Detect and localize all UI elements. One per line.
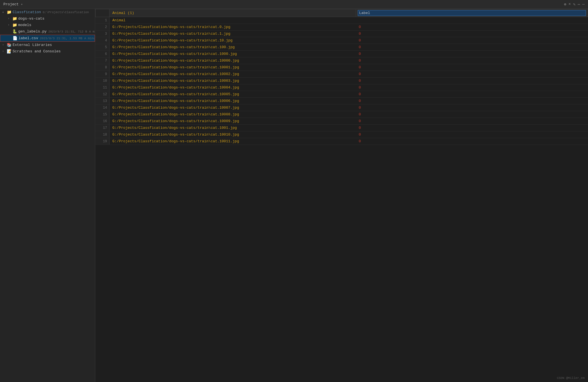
cell-label: 0 (356, 98, 588, 104)
table-row: 2G:/Projects/Classfication/dogs-vs-cats/… (96, 24, 588, 31)
sidebar-item-label: Classfication (13, 10, 41, 14)
cell-animal: G:/Projects/Classfication/dogs-vs-cats/t… (110, 118, 356, 125)
cell-linenum: 6 (96, 51, 110, 57)
cell-label: 0 (356, 84, 588, 91)
table-row: 13G:/Projects/Classfication/dogs-vs-cats… (96, 98, 588, 104)
library-icon: 📚 (7, 43, 11, 47)
sidebar-item-gen-labels-py[interactable]: 🐍 gen_labels.py 2023/8/3 21:31, 712 B A … (0, 28, 95, 35)
table-row: 3G:/Projects/Classfication/dogs-vs-cats/… (96, 31, 588, 37)
cell-label: 0 (356, 138, 588, 145)
table-row: 16G:/Projects/Classfication/dogs-vs-cats… (96, 118, 588, 125)
table-row: 15G:/Projects/Classfication/dogs-vs-cats… (96, 111, 588, 118)
table-row: 19G:/Projects/Classfication/dogs-vs-cats… (96, 138, 588, 145)
cell-animal: G:/Projects/Classfication/dogs-vs-cats/t… (110, 138, 356, 145)
cell-linenum: 3 (96, 31, 110, 37)
sidebar-item-meta: G:\Projects\Classfication (43, 11, 89, 14)
cell-linenum: 13 (96, 98, 110, 104)
sidebar-item-label: gen_labels.py (18, 29, 47, 34)
cell-linenum: 11 (96, 84, 110, 91)
cell-label: 0 (356, 37, 588, 44)
title-bar: Project ▾ ⊕ × ✎ ⋯ — (0, 0, 588, 9)
cell-animal: G:/Projects/Classfication/dogs-vs-cats/t… (110, 98, 356, 104)
sidebar-item-meta: 2023/8/3 21:31, 1.53 MB A minute ago (40, 37, 95, 40)
cell-animal: G:/Projects/Classfication/dogs-vs-cats/t… (110, 131, 356, 138)
cell-animal: G:/Projects/Classfication/dogs-vs-cats/t… (110, 91, 356, 98)
cell-linenum: 7 (96, 57, 110, 64)
cell-linenum: 4 (96, 37, 110, 44)
sidebar-item-label: External Libraries (13, 43, 52, 47)
cell-label (356, 17, 588, 24)
cell-label: 0 (356, 125, 588, 131)
cell-linenum: 1 (96, 17, 110, 24)
sidebar-item-classfication[interactable]: ▾ 📁 Classfication G:\Projects\Classficat… (0, 9, 95, 15)
sidebar-item-label: Scratches and Consoles (13, 49, 61, 53)
arrow-icon: › (8, 24, 12, 27)
more-icon[interactable]: ⋯ (578, 2, 580, 7)
cell-label: 0 (356, 111, 588, 118)
cell-linenum: 2 (96, 24, 110, 31)
table-row: 10G:/Projects/Classfication/dogs-vs-cats… (96, 78, 588, 84)
table-row: 6G:/Projects/Classfication/dogs-vs-cats/… (96, 51, 588, 57)
content-area: Animal (1) 1Animal2G:/Projects/Classfica… (95, 9, 588, 382)
watermark: CSDN @Miller_em (557, 376, 585, 380)
table-row: 4G:/Projects/Classfication/dogs-vs-cats/… (96, 37, 588, 44)
sidebar-item-label: models (18, 23, 31, 27)
csv-table: Animal (1) 1Animal2G:/Projects/Classfica… (95, 9, 588, 145)
cell-linenum: 17 (96, 125, 110, 131)
cell-linenum: 8 (96, 64, 110, 71)
cell-animal: G:/Projects/Classfication/dogs-vs-cats/t… (110, 24, 356, 31)
cell-label: 0 (356, 118, 588, 125)
table-row: 12G:/Projects/Classfication/dogs-vs-cats… (96, 91, 588, 98)
table-row: 18G:/Projects/Classfication/dogs-vs-cats… (96, 131, 588, 138)
scratches-icon: 📝 (7, 49, 11, 54)
csv-file-icon: 📄 (13, 36, 17, 41)
close-icon[interactable]: × (568, 2, 571, 7)
folder-icon: 📁 (12, 23, 17, 27)
sidebar: ▾ 📁 Classfication G:\Projects\Classficat… (0, 9, 95, 382)
cell-animal: G:/Projects/Classfication/dogs-vs-cats/t… (110, 111, 356, 118)
label-header-input[interactable] (358, 10, 586, 16)
cell-linenum: 9 (96, 71, 110, 78)
table-row: 5G:/Projects/Classfication/dogs-vs-cats/… (96, 44, 588, 51)
sidebar-item-external-libraries[interactable]: › 📚 External Libraries (0, 42, 95, 48)
cell-label: 0 (356, 57, 588, 64)
sidebar-item-meta: 2023/8/3 21:31, 712 B A minute ago (48, 30, 95, 33)
cell-animal: G:/Projects/Classfication/dogs-vs-cats/t… (110, 78, 356, 84)
table-row: 17G:/Projects/Classfication/dogs-vs-cats… (96, 125, 588, 131)
col-label-header (356, 9, 588, 17)
sidebar-item-label: label.csv (18, 36, 38, 40)
sidebar-item-scratches-consoles[interactable]: › 📝 Scratches and Consoles (0, 48, 95, 55)
cell-label: 0 (356, 44, 588, 51)
cell-animal: G:/Projects/Classfication/dogs-vs-cats/t… (110, 31, 356, 37)
arrow-icon: › (2, 50, 7, 53)
sidebar-item-models[interactable]: › 📁 models (0, 22, 95, 28)
cell-animal: G:/Projects/Classfication/dogs-vs-cats/t… (110, 44, 356, 51)
project-label[interactable]: Project (3, 2, 19, 6)
cell-label: 0 (356, 131, 588, 138)
sidebar-item-label-csv[interactable]: 📄 label.csv 2023/8/3 21:31, 1.53 MB A mi… (0, 35, 95, 42)
cell-linenum: 10 (96, 78, 110, 84)
col-linenum-header (96, 9, 110, 17)
cell-label: 0 (356, 104, 588, 111)
cell-animal: G:/Projects/Classfication/dogs-vs-cats/t… (110, 37, 356, 44)
sidebar-item-dogs-vs-cats[interactable]: › 📁 dogs-vs-cats (0, 15, 95, 22)
cell-animal: G:/Projects/Classfication/dogs-vs-cats/t… (110, 125, 356, 131)
cell-linenum: 16 (96, 118, 110, 125)
settings-icon[interactable]: ✎ (573, 2, 575, 7)
folder-icon: 📁 (12, 16, 17, 21)
cell-label: 0 (356, 24, 588, 31)
arrow-icon: › (2, 43, 7, 46)
project-dropdown-icon[interactable]: ▾ (21, 3, 23, 6)
csv-table-container[interactable]: Animal (1) 1Animal2G:/Projects/Classfica… (95, 9, 588, 382)
cell-animal: G:/Projects/Classfication/dogs-vs-cats/t… (110, 64, 356, 71)
cell-linenum: 14 (96, 104, 110, 111)
minimize-icon[interactable]: — (582, 2, 585, 7)
cell-linenum: 5 (96, 44, 110, 51)
cell-animal: Animal (110, 17, 356, 24)
table-row: 1Animal (96, 17, 588, 24)
table-row: 8G:/Projects/Classfication/dogs-vs-cats/… (96, 64, 588, 71)
cell-label: 0 (356, 31, 588, 37)
cell-label: 0 (356, 51, 588, 57)
add-icon[interactable]: ⊕ (564, 2, 566, 7)
table-row: 9G:/Projects/Classfication/dogs-vs-cats/… (96, 71, 588, 78)
